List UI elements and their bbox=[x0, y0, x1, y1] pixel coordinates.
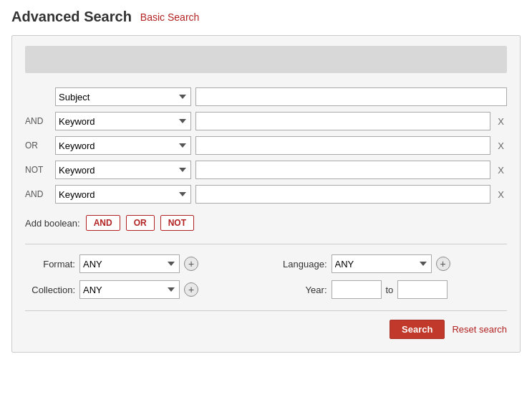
search-input-3[interactable] bbox=[195, 161, 490, 179]
remove-row-4[interactable]: X bbox=[495, 189, 507, 200]
basic-search-link[interactable]: Basic Search bbox=[140, 11, 199, 23]
remove-row-3[interactable]: X bbox=[495, 165, 507, 176]
format-row: Format: ANY Book Article DVD Music + bbox=[25, 254, 256, 273]
search-row-3: NOT Keyword Subject Title Author ISBN Pu… bbox=[25, 161, 507, 179]
year-label: Year: bbox=[277, 285, 327, 295]
field-select-3[interactable]: Keyword Subject Title Author ISBN Publis… bbox=[55, 161, 191, 179]
remove-row-1[interactable]: X bbox=[495, 116, 507, 127]
search-row-1: AND Keyword Subject Title Author ISBN Pu… bbox=[25, 112, 507, 130]
format-select[interactable]: ANY Book Article DVD Music bbox=[79, 254, 180, 273]
field-select-1[interactable]: Keyword Subject Title Author ISBN Publis… bbox=[55, 112, 191, 130]
search-input-1[interactable] bbox=[195, 112, 490, 130]
format-label: Format: bbox=[25, 259, 75, 269]
field-select-0[interactable]: Subject Keyword Title Author ISBN Publis… bbox=[55, 87, 191, 106]
search-input-2[interactable] bbox=[195, 136, 490, 155]
gray-bar bbox=[25, 46, 507, 73]
search-row-2: OR Keyword Subject Title Author ISBN Pub… bbox=[25, 136, 507, 155]
remove-row-2[interactable]: X bbox=[495, 140, 507, 151]
field-select-2[interactable]: Keyword Subject Title Author ISBN Publis… bbox=[55, 136, 191, 155]
divider-1 bbox=[25, 244, 507, 244]
field-select-4[interactable]: Keyword Subject Title Author ISBN Publis… bbox=[55, 185, 191, 204]
language-select[interactable]: ANY English French Spanish German bbox=[332, 254, 432, 273]
boolean-label: Add boolean: bbox=[25, 218, 80, 229]
search-input-0[interactable] bbox=[195, 87, 507, 106]
search-row-4: AND Keyword Subject Title Author ISBN Pu… bbox=[25, 185, 507, 204]
search-input-4[interactable] bbox=[195, 185, 490, 204]
collection-row: Collection: ANY Main Reference Reserve + bbox=[25, 280, 256, 299]
bottom-divider bbox=[25, 310, 507, 311]
operator-4: AND bbox=[25, 189, 51, 199]
operator-2: OR bbox=[25, 140, 51, 151]
language-label: Language: bbox=[277, 259, 327, 269]
reset-search-link[interactable]: Reset search bbox=[452, 324, 507, 335]
format-plus-button[interactable]: + bbox=[184, 257, 198, 271]
main-container: Subject Keyword Title Author ISBN Publis… bbox=[11, 35, 521, 353]
action-row: Search Reset search bbox=[25, 320, 507, 339]
search-rows: Subject Keyword Title Author ISBN Publis… bbox=[25, 87, 507, 204]
year-row: Year: to bbox=[277, 280, 508, 299]
operator-3: NOT bbox=[25, 165, 51, 175]
language-row: Language: ANY English French Spanish Ger… bbox=[277, 254, 508, 273]
year-from-input[interactable] bbox=[332, 280, 382, 299]
language-plus-button[interactable]: + bbox=[436, 257, 450, 271]
boolean-not-button[interactable]: NOT bbox=[160, 215, 194, 231]
boolean-or-button[interactable]: OR bbox=[126, 215, 155, 231]
page-header: Advanced Search Basic Search bbox=[11, 9, 521, 25]
boolean-section: Add boolean: AND OR NOT bbox=[25, 215, 507, 231]
operator-1: AND bbox=[25, 116, 51, 126]
search-button[interactable]: Search bbox=[390, 320, 445, 339]
collection-plus-button[interactable]: + bbox=[184, 282, 198, 297]
year-to-input[interactable] bbox=[397, 280, 448, 299]
filter-grid: Format: ANY Book Article DVD Music + Lan… bbox=[25, 254, 507, 299]
page-title: Advanced Search bbox=[11, 9, 132, 25]
collection-select[interactable]: ANY Main Reference Reserve bbox=[79, 280, 180, 299]
boolean-and-button[interactable]: AND bbox=[86, 215, 120, 231]
collection-label: Collection: bbox=[25, 285, 75, 295]
search-row-0: Subject Keyword Title Author ISBN Publis… bbox=[25, 87, 507, 106]
year-to-label: to bbox=[386, 285, 394, 295]
